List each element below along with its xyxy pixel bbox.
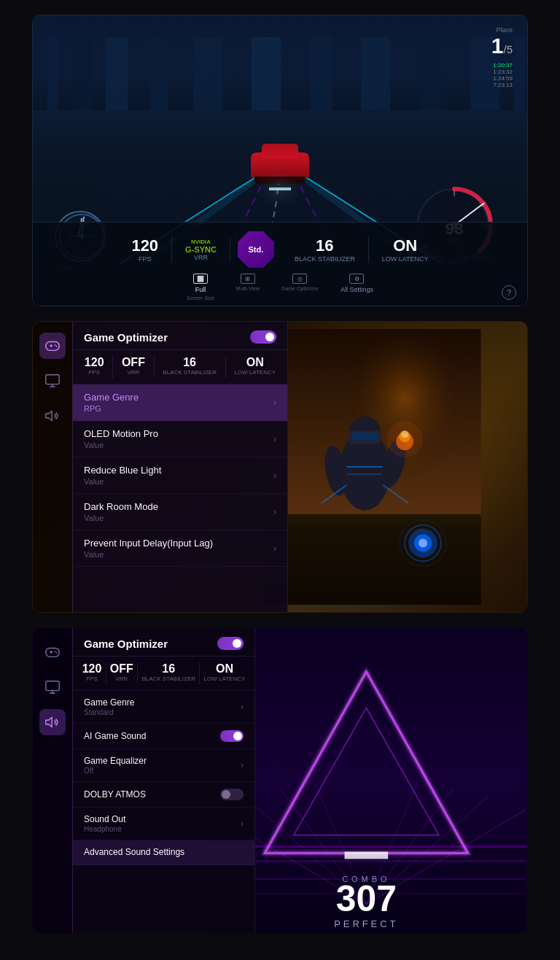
- mode-label: Std.: [249, 245, 264, 254]
- hud-stats: 120 FPS NVIDIA G-SYNC VRR Std. 16 Black …: [33, 222, 527, 268]
- svg-rect-80: [345, 852, 389, 859]
- p3-dolby-content: DOLBY ATMOS: [84, 789, 220, 800]
- go-menu-game-genre-title: Game Genre: [84, 392, 273, 403]
- screensize-icon: ⬜: [193, 274, 208, 284]
- hud-actions: ⬜ Full Screen Size ⊞ Multi-View ◎ Game O…: [33, 268, 527, 301]
- panel-racing-game: mph 98 mph: [32, 15, 528, 306]
- go-menu-oled-motion-value: Value: [84, 441, 273, 449]
- go-menu-oled-motion[interactable]: OLED Motion Pro Value ›: [73, 421, 287, 457]
- bs-label: Black Stabilizer: [295, 255, 355, 263]
- go-vrr-label: VRR: [127, 369, 139, 376]
- volume-icon: [44, 408, 61, 424]
- screensize-sublabel: Screen Size: [187, 295, 214, 301]
- svg-point-59: [56, 346, 58, 347]
- p3-black-label: Black Stabilizer: [141, 676, 195, 682]
- hud-action-multiview[interactable]: ⊞ Multi-View: [236, 274, 260, 301]
- go-menu-reduce-blue-light-title: Reduce Blue Light: [84, 465, 273, 476]
- go-menu-oled-motion-content: OLED Motion Pro Value: [84, 428, 273, 449]
- ll-value: ON: [393, 236, 417, 255]
- go-menu-input-delay[interactable]: Prevent Input Delay(Input Lag) Value ›: [73, 530, 287, 567]
- go-menu-game-genre-content: Game Genre RPG: [84, 392, 273, 413]
- hud-help-button[interactable]: ?: [502, 285, 516, 300]
- p3-sidebar-icon-volume[interactable]: [39, 709, 66, 735]
- p3-menu-game-genre[interactable]: Game Genre Standard ›: [73, 691, 254, 724]
- p3-stat-black: 16 Black Stabilizer: [141, 662, 195, 684]
- p3-fps-value: 120: [82, 662, 102, 676]
- multiview-icon: ⊞: [241, 274, 255, 284]
- p3-menu-dolby-atmos[interactable]: DOLBY ATMOS: [73, 782, 254, 808]
- gameoptimizer-label: Game Optimizer: [281, 286, 319, 291]
- fps-label: FPS: [139, 255, 152, 263]
- go-stat-divider-1: [112, 356, 113, 378]
- go-menu-reduce-blue-light-value: Value: [84, 477, 273, 486]
- p3-game-genre-title: Game Genre: [84, 697, 241, 708]
- go-fps-value: 120: [85, 356, 104, 369]
- svg-point-50: [419, 539, 427, 548]
- hud-fps: 120 FPS: [118, 236, 172, 263]
- multiview-label: Multi-View: [236, 286, 260, 291]
- go-menu-game-genre[interactable]: Game Genre RPG ›: [73, 384, 287, 421]
- hud-action-gameoptimizer[interactable]: ◎ Game Optimizer: [281, 274, 319, 301]
- race-time-1: 1:20:37: [491, 62, 513, 69]
- go-toggle[interactable]: [250, 330, 276, 344]
- p3-sound-out-title: Sound Out: [84, 814, 241, 824]
- p3-go-menu: Game Genre Standard › AI Game Sound Game…: [73, 691, 254, 865]
- go-menu-chevron-2: ›: [273, 471, 276, 481]
- hud-bar: 120 FPS NVIDIA G-SYNC VRR Std. 16 Black …: [33, 222, 527, 306]
- sidebar-icon-gamepad[interactable]: [39, 333, 66, 359]
- p3-stat-fps: 120 FPS: [82, 662, 102, 684]
- svg-rect-60: [46, 375, 59, 384]
- race-pos-display: 1 /5: [491, 34, 513, 58]
- game-optimizer-panel: Game Optimizer 120 FPS OFF VRR 16 Black …: [73, 322, 288, 612]
- go-menu-dark-room[interactable]: Dark Room Mode Value ›: [73, 494, 287, 530]
- go-menu-game-genre-value: RPG: [84, 404, 273, 413]
- go-menu-input-delay-title: Prevent Input Delay(Input Lag): [84, 538, 273, 549]
- go-menu-input-delay-content: Prevent Input Delay(Input Lag) Value: [84, 538, 273, 559]
- go-stat-divider-3: [225, 356, 226, 378]
- p3-dolby-title: DOLBY ATMOS: [84, 789, 220, 800]
- p3-equalizer-title: Game Equalizer: [84, 756, 241, 766]
- go-menu-chevron-4: ›: [273, 543, 276, 554]
- sidebar-icon-display[interactable]: [39, 368, 66, 394]
- p3-menu-game-equalizer[interactable]: Game Equalizer Off ›: [73, 749, 254, 782]
- place-label: Place: [491, 26, 513, 34]
- p3-stat-divider-1: [106, 662, 106, 684]
- p3-fps-label: FPS: [86, 676, 98, 682]
- p3-gamepad-icon: [44, 644, 61, 660]
- p3-equalizer-value: Off: [84, 767, 241, 775]
- p3-menu-advanced-sound[interactable]: Advanced Sound Settings: [73, 840, 254, 865]
- hud-action-screensize[interactable]: ⬜ Full Screen Size: [187, 274, 214, 301]
- go-menu: Game Genre RPG › OLED Motion Pro Value ›…: [73, 384, 287, 567]
- race-time-4: 7:23:13: [491, 82, 513, 88]
- p3-go-toggle[interactable]: [217, 637, 244, 650]
- p3-ai-sound-content: AI Game Sound: [84, 731, 220, 742]
- gameoptimizer-icon: ◎: [292, 274, 307, 284]
- p3-volume-icon: [44, 714, 61, 730]
- hud-black-stabilizer: 16 Black Stabilizer: [281, 236, 369, 263]
- go-menu-reduce-blue-light[interactable]: Reduce Blue Light Value ›: [73, 457, 287, 494]
- p3-sidebar-icon-display[interactable]: [39, 674, 66, 700]
- car-headlight: [269, 187, 291, 190]
- p3-menu-sound-out[interactable]: Sound Out Headphone ›: [73, 808, 254, 840]
- fps-value: 120: [131, 236, 158, 255]
- go-menu-dark-room-title: Dark Room Mode: [84, 501, 273, 512]
- go-black-value: 16: [183, 356, 196, 369]
- ll-label: Low Latency: [382, 255, 429, 263]
- go-black-label: Black Stabilizer: [163, 369, 217, 376]
- go-stat-divider-2: [154, 356, 155, 378]
- p3-menu-ai-game-sound[interactable]: AI Game Sound: [73, 724, 254, 749]
- gamepad-icon: [44, 338, 61, 354]
- hud-action-allsettings[interactable]: ⚙ All Settings: [341, 274, 373, 301]
- go-stats: 120 FPS OFF VRR 16 Black Stabilizer ON L…: [73, 350, 287, 384]
- p3-chevron-0: ›: [241, 702, 244, 712]
- go-fps-label: FPS: [88, 369, 100, 376]
- p3-black-value: 16: [162, 662, 175, 676]
- p3-sound-out-value: Headphone: [84, 825, 241, 833]
- p3-ai-sound-toggle[interactable]: [220, 730, 244, 742]
- p3-sidebar-icon-gamepad[interactable]: [39, 639, 66, 665]
- sidebar-icon-volume[interactable]: [39, 403, 66, 429]
- svg-text:PERFECT: PERFECT: [335, 918, 399, 929]
- p3-game-genre-value: Standard: [84, 708, 241, 716]
- p3-dolby-toggle[interactable]: [220, 789, 244, 800]
- p3-go-title: Game Optimizer: [84, 638, 168, 650]
